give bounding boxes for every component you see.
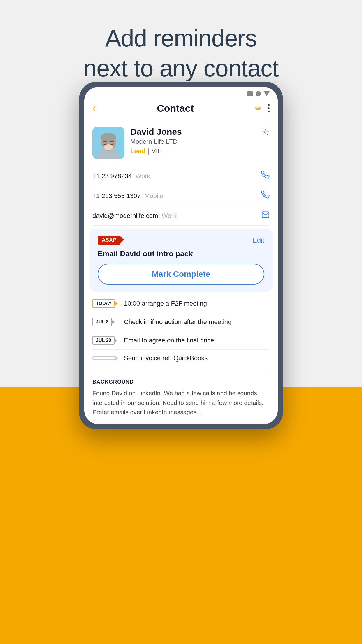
reminder-text-3: Send invoice ref: QuickBooks [124,354,270,362]
phone-wrapper: ‹ Contact ✏ [79,82,283,429]
reminders-card: ASAP Edit Email David out intro pack Mar… [89,229,273,292]
phone-mobile-field: +1 213 555 1307 Mobile [92,186,270,206]
reminder-item-0: TODAY 10:00 arrange a F2F meeting [92,295,270,313]
phone-work-field: +1 23 978234 Work [92,166,270,186]
tag-arrow-jul20 [114,338,117,343]
tag-box-empty [92,356,116,360]
headline-line2: next to any contact [0,53,362,83]
reminder-list: TODAY 10:00 arrange a F2F meeting JUL 8 … [84,295,278,367]
svg-point-4 [101,133,116,142]
asap-badge: ASAP [98,236,120,245]
phone-mobile-label: Mobile [144,192,163,200]
status-icon-circle [256,91,261,96]
call-mobile-icon[interactable] [261,191,270,201]
tag-arrow-empty [115,356,118,361]
asap-label: ASAP [102,237,116,243]
status-icon-square [247,91,253,96]
tag-vip: VIP [152,147,162,155]
tag-arrow-jul8 [111,319,115,325]
phone-mobile-number: +1 213 555 1307 [92,192,141,200]
contact-name: David Jones [130,127,270,137]
reminder-item-2: JUL 20 Email to agree on the final price [92,331,270,350]
headline-line1: Add reminders [0,23,362,53]
email-icon[interactable] [261,211,270,221]
favorite-star-icon[interactable]: ☆ [262,127,270,137]
avatar [92,127,124,159]
email-label: Work [162,212,177,219]
phone-shell: ‹ Contact ✏ [79,82,283,429]
reminder-text-0: 10:00 arrange a F2F meeting [124,300,270,307]
reminder-tag-today: TODAY [92,299,119,308]
tag-separator: | [147,147,149,155]
reminder-header: ASAP Edit [98,236,264,245]
background-title: BACKGROUND [92,379,270,385]
back-button[interactable]: ‹ [92,102,96,114]
dot2 [268,107,270,109]
svg-point-8 [104,144,113,150]
tag-arrow-today [114,301,118,306]
contact-fields: +1 23 978234 Work +1 213 555 1307 Mobile [84,166,278,226]
reminder-item-3: Send invoice ref: QuickBooks [92,350,270,367]
phone-mobile-text: +1 213 555 1307 Mobile [92,192,163,200]
phone-work-label: Work [136,172,150,180]
email-text: david@modernlife.com Work [92,212,177,220]
reminder-text-1: Check in if no action after the meeting [124,318,270,326]
edit-icon[interactable]: ✏ [255,103,262,113]
background-text: Found David on LinkedIn. We had a few ca… [92,388,270,417]
tag-box-today: TODAY [92,299,115,308]
contact-company: Modern Life LTD [130,138,270,146]
nav-actions: ✏ [255,103,270,113]
reminder-item-1: JUL 8 Check in if no action after the me… [92,313,270,331]
phone-work-number: +1 23 978234 [92,172,132,180]
contact-tags: Lead | VIP [130,147,270,155]
tag-box-jul20: JUL 20 [92,336,115,345]
reminder-task-text: Email David out intro pack [98,249,264,258]
status-icon-triangle [264,91,270,96]
dot3 [268,111,270,112]
background-section: BACKGROUND Found David on LinkedIn. We h… [84,367,278,424]
phone-work-text: +1 23 978234 Work [92,172,150,180]
reminder-text-2: Email to agree on the final price [124,337,270,344]
call-work-icon[interactable] [261,171,270,181]
contact-section: David Jones Modern Life LTD Lead | VIP ☆ [84,120,278,166]
dot1 [268,104,270,106]
asap-chevron [120,236,124,244]
mark-complete-button[interactable]: Mark Complete [98,264,264,285]
nav-bar: ‹ Contact ✏ [84,99,278,120]
tag-lead: Lead [130,147,145,155]
edit-reminder-button[interactable]: Edit [252,236,264,244]
tag-box-jul8: JUL 8 [92,318,112,326]
reminder-tag-empty [92,356,119,361]
status-bar [84,87,278,99]
reminder-tag-jul8: JUL 8 [92,318,119,326]
divider-bg [92,374,270,374]
more-options-icon[interactable] [268,104,270,112]
email-field: david@modernlife.com Work [92,206,270,226]
nav-title: Contact [157,103,194,114]
email-address: david@modernlife.com [92,212,158,219]
phone-screen: ‹ Contact ✏ [84,87,278,424]
reminder-tag-jul20: JUL 20 [92,336,119,345]
contact-details: David Jones Modern Life LTD Lead | VIP [130,127,270,155]
